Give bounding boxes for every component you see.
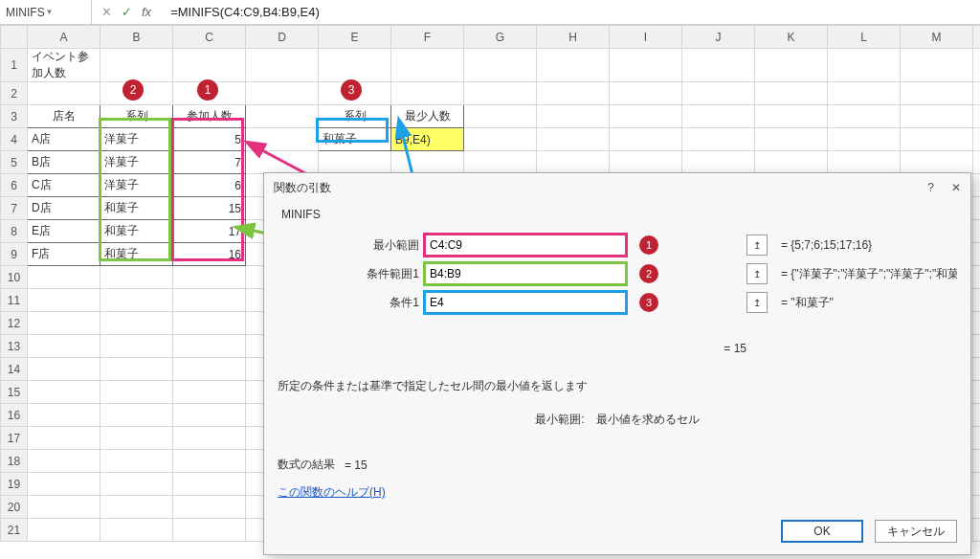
cell[interactable] <box>173 473 246 496</box>
fx-icon[interactable]: fx <box>142 5 157 19</box>
cell[interactable] <box>901 82 973 105</box>
cell[interactable]: 系列 <box>319 105 391 128</box>
cell[interactable] <box>28 358 100 381</box>
dialog-help-icon[interactable]: ? <box>927 181 934 194</box>
cell[interactable] <box>391 49 464 82</box>
cell[interactable] <box>828 151 901 174</box>
cell[interactable]: A店 <box>28 128 100 151</box>
col-hdr[interactable]: E <box>319 26 391 49</box>
cell[interactable]: 6 <box>173 174 246 197</box>
cell[interactable] <box>973 312 981 335</box>
cell[interactable] <box>828 49 901 82</box>
cell[interactable] <box>100 82 173 105</box>
name-box[interactable]: MINIFS ▼ <box>0 0 92 24</box>
row-hdr[interactable]: 9 <box>1 243 28 266</box>
row-hdr[interactable]: 1 <box>1 49 28 82</box>
cell[interactable] <box>537 82 610 105</box>
cell[interactable] <box>901 151 973 174</box>
cell[interactable] <box>610 151 682 174</box>
row-hdr[interactable]: 2 <box>1 82 28 105</box>
row-hdr[interactable]: 17 <box>1 427 28 450</box>
cell[interactable] <box>755 105 828 128</box>
cell[interactable] <box>100 289 173 312</box>
cell[interactable] <box>973 335 981 358</box>
cell[interactable]: 洋菓子 <box>100 128 173 151</box>
cell[interactable] <box>173 404 246 427</box>
cell[interactable] <box>391 82 464 105</box>
cell[interactable] <box>755 151 828 174</box>
row-hdr[interactable]: 3 <box>1 105 28 128</box>
cell[interactable]: 7 <box>173 151 246 174</box>
col-hdr[interactable]: N <box>973 26 981 49</box>
cell[interactable] <box>973 450 981 473</box>
col-hdr[interactable]: F <box>391 26 464 49</box>
arg-input-min-range[interactable] <box>425 235 626 256</box>
cell[interactable] <box>173 312 246 335</box>
cell[interactable] <box>537 151 610 174</box>
range-selector-button[interactable]: ↥ <box>746 235 768 256</box>
cell[interactable] <box>173 358 246 381</box>
col-hdr[interactable]: A <box>28 26 100 49</box>
cancel-button[interactable]: キャンセル <box>875 520 957 543</box>
cell[interactable]: 和菓子 <box>100 220 173 243</box>
cell[interactable] <box>537 105 610 128</box>
cell[interactable] <box>173 289 246 312</box>
cell[interactable] <box>973 427 981 450</box>
cancel-formula-icon[interactable]: ✕ <box>101 5 112 19</box>
cell[interactable] <box>973 128 981 151</box>
cell[interactable] <box>973 82 981 105</box>
cell[interactable] <box>28 266 100 289</box>
cell[interactable] <box>973 381 981 404</box>
col-hdr[interactable]: M <box>901 26 973 49</box>
cell[interactable]: D店 <box>28 197 100 220</box>
row-hdr[interactable]: 6 <box>1 174 28 197</box>
row-hdr[interactable]: 8 <box>1 220 28 243</box>
cell[interactable] <box>173 381 246 404</box>
cell[interactable]: イベント参加人数 <box>28 49 100 82</box>
cell[interactable]: F店 <box>28 243 100 266</box>
cell[interactable] <box>973 404 981 427</box>
cell[interactable]: 参加人数 <box>173 105 246 128</box>
cell[interactable] <box>173 49 246 82</box>
cell[interactable] <box>537 128 610 151</box>
row-hdr[interactable]: 19 <box>1 473 28 496</box>
range-selector-button[interactable]: ↥ <box>746 263 768 284</box>
cell[interactable]: 和菓子 <box>100 197 173 220</box>
cell[interactable] <box>610 105 682 128</box>
row-hdr[interactable]: 18 <box>1 450 28 473</box>
cell[interactable] <box>173 82 246 105</box>
cell[interactable] <box>246 82 319 105</box>
cell[interactable] <box>973 519 981 542</box>
cell[interactable] <box>682 128 755 151</box>
row-hdr[interactable]: 14 <box>1 358 28 381</box>
cell[interactable] <box>173 427 246 450</box>
cell[interactable]: 最少人数 <box>391 105 464 128</box>
cell[interactable] <box>901 105 973 128</box>
col-hdr[interactable]: I <box>610 26 682 49</box>
col-hdr[interactable]: D <box>246 26 319 49</box>
cell[interactable] <box>464 105 537 128</box>
cell[interactable] <box>28 289 100 312</box>
cell[interactable] <box>901 49 973 82</box>
cell[interactable] <box>319 82 391 105</box>
cell[interactable] <box>28 335 100 358</box>
col-hdr[interactable]: G <box>464 26 537 49</box>
cell[interactable]: B店 <box>28 151 100 174</box>
arg-input-criteria-range[interactable] <box>425 263 626 284</box>
cell[interactable] <box>28 450 100 473</box>
enter-formula-icon[interactable]: ✓ <box>122 5 132 19</box>
cell[interactable] <box>610 128 682 151</box>
cell[interactable]: 系列 <box>100 105 173 128</box>
cell[interactable] <box>100 519 173 542</box>
cell[interactable] <box>319 49 391 82</box>
cell[interactable]: 和菓子 <box>319 128 391 151</box>
cell[interactable] <box>682 151 755 174</box>
row-hdr[interactable]: 5 <box>1 151 28 174</box>
cell[interactable] <box>173 519 246 542</box>
function-help-link[interactable]: この関数のヘルプ(H) <box>278 485 386 499</box>
cell[interactable] <box>682 49 755 82</box>
cell[interactable] <box>828 128 901 151</box>
cell[interactable]: 17 <box>173 220 246 243</box>
row-hdr[interactable]: 15 <box>1 381 28 404</box>
cell[interactable] <box>901 128 973 151</box>
